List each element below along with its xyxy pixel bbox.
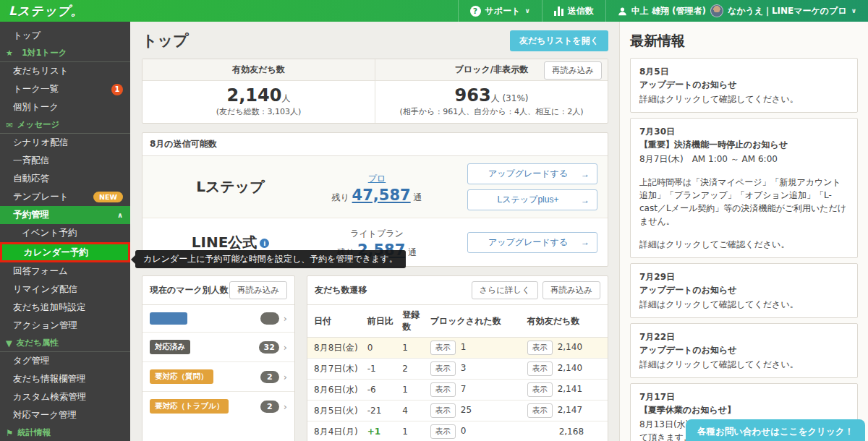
chevron-up-icon: ∧ [117,211,123,219]
show-button[interactable]: 表示 [430,403,456,418]
main-content: トップ 友だちリストを開く 有効友だち数 2,140人 (友だち総数：3,103… [130,22,619,441]
sidebar-item-friend-list[interactable]: 友だちリスト [0,62,130,80]
table-row: 8月7日(木) -1 2 表示3 表示2,140 [307,359,608,380]
reload-button[interactable]: 再読み込み [229,281,287,299]
open-friend-list-button[interactable]: 友だちリストを開く [510,30,608,51]
show-button[interactable]: 表示 [527,361,553,376]
mark-counts-card: 現在のマーク別人数 再読み込み › 対応済み 32› 要対応（質問） 2› 要対… [142,275,295,441]
news-item[interactable]: 7月22日 アップデートのお知らせ 詳細はクリックして確認してください。 [630,323,858,378]
account-name: なかうえ｜LINEマーケのプロ [728,5,847,17]
sidebar-item-reminder[interactable]: リマインダ配信 [0,281,130,299]
sidebar-item-top[interactable]: トップ [0,27,130,45]
sidebar-item-event-reservation[interactable]: イベント予約 [0,224,130,242]
info-icon[interactable]: i [260,239,269,248]
sidebar-item-friend-add-settings[interactable]: 友だち追加時設定 [0,299,130,317]
sidebar-item-tag-management[interactable]: タグ管理 [0,352,130,370]
mark-count: 32 [259,341,278,354]
star-icon: ★ [6,48,13,58]
sidebar-item-mark-management[interactable]: 対応マーク管理 [0,406,130,424]
show-button[interactable]: 表示 [527,341,553,355]
plan-link[interactable]: プロ [368,174,386,184]
sidebar-item-calendar-reservation[interactable]: カレンダー予約 [0,242,130,262]
sidebar-item-answer-form[interactable]: 回答フォーム [0,262,130,281]
table-row: 8月6日(水) -6 1 表示7 表示2,141 [307,380,608,401]
reload-button[interactable]: 再読み込み [542,281,600,299]
sidebar: トップ ★ 1対1トーク 友だちリスト トーク一覧 1 個別トーク ✉ メッセー… [0,22,130,441]
sidebar-item-custom-search[interactable]: カスタム検索管理 [0,388,130,406]
news-item[interactable]: 7月29日 アップデートのお知らせ 詳細はクリックして確認してください。 [630,263,858,318]
mark-row[interactable]: › [142,305,294,333]
contact-float-button[interactable]: 各種お問い合わせはここをクリック！ [686,419,865,441]
mark-count [260,312,279,325]
mark-badge: 対応済み [150,340,190,354]
col-valid: 有効友だち数 [524,305,608,338]
upgrade-button[interactable]: アップグレードする → [467,232,597,253]
reload-button[interactable]: 再読み込み [544,61,602,80]
support-label: サポート [485,5,521,17]
app-logo[interactable]: Lステップ。 [0,3,92,20]
sidebar-section-message[interactable]: ✉ メッセージ [0,116,130,134]
lstep-quota-row: Lステップ プロ 残り 47,587 通 アップグレードする → Lステップpl… [142,156,608,218]
blocked-column: ブロック/非表示数 再読み込み 963人 (31%) (相手から：961人、自分… [375,59,608,123]
user-account-menu[interactable]: 中上 雄翔 (管理者) なかうえ｜LINEマーケのプロ ∨ [605,0,868,22]
sidebar-item-broadcast[interactable]: 一斉配信 [0,152,130,170]
sidebar-item-reservation-management[interactable]: 予約管理 ∧ [0,206,130,224]
news-panel: 最新情報 8月5日 アップデートのお知らせ 詳細はクリックして確認してください。… [619,22,868,441]
total-friends: (友だち総数：3,103人) [142,106,375,117]
chevron-right-icon[interactable]: › [284,372,287,382]
show-button[interactable]: 表示 [527,382,553,397]
lstep-remaining[interactable]: 47,587 [352,187,411,204]
support-menu[interactable]: ? サポート ∨ [458,0,542,22]
send-quota-card: 8月の送信可能数 Lステップ プロ 残り 47,587 通 アップグレードする … [142,132,608,267]
unread-badge: 1 [111,84,123,95]
chevron-right-icon[interactable]: › [284,401,287,412]
sidebar-item-auto-reply[interactable]: 自動応答 [0,170,130,188]
sidebar-section-statistics[interactable]: ⚑ 統計情報 [0,424,130,441]
blocked-breakdown: (相手から：961人、自分から：4人、相互に：2人) [375,106,608,117]
show-button[interactable]: 表示 [430,361,456,376]
send-count-button[interactable]: 送信数 [542,0,605,22]
user-name: 中上 雄翔 (管理者) [631,5,706,17]
mark-row[interactable]: 対応済み 32› [142,333,294,362]
blocked-header: ブロック/非表示数 [455,64,529,74]
friend-transition-card: 友だち数遷移 さらに詳しく 再読み込み 日付 前日比 登録数 ブロックされた数 … [307,275,608,441]
page-title: トップ [142,30,188,51]
sidebar-item-talk-list[interactable]: トーク一覧 1 [0,80,130,98]
more-detail-button[interactable]: さらに詳しく [472,281,538,299]
mark-row[interactable]: 要対応（トラブル） 2› [142,392,294,421]
sidebar-item-action-management[interactable]: アクション管理 [0,317,130,335]
news-item[interactable]: 8月5日 アップデートのお知らせ 詳細はクリックして確認してください。 [630,58,858,113]
show-button[interactable]: 表示 [430,341,456,355]
valid-friends-column: 有効友だち数 2,140人 (友だち総数：3,103人) [142,59,375,123]
upgrade-button[interactable]: アップグレードする → [467,163,597,184]
valid-friends-header: 有効友だち数 [142,59,375,81]
show-button[interactable]: 表示 [430,382,456,397]
new-badge: NEW [93,192,123,202]
chevron-right-icon[interactable]: › [284,342,287,353]
chevron-right-icon[interactable]: › [284,313,287,324]
sidebar-item-friend-info-management[interactable]: 友だち情報欄管理 [0,370,130,388]
chevron-down-icon: ∨ [851,7,856,14]
sidebar-item-template[interactable]: テンプレート NEW [0,188,130,206]
sidebar-section-friend-attributes[interactable]: ▼ 友だち属性 [0,335,130,352]
lstep-plus-button[interactable]: Lステップplus+ → [467,189,597,210]
top-bar-right: ? サポート ∨ 送信数 中上 雄翔 (管理者) なかうえ｜LINEマーケのプロ… [458,0,868,22]
show-button[interactable]: 表示 [527,403,553,418]
col-blocked: ブロックされた数 [427,305,524,338]
mark-row[interactable]: 要対応（質問） 2› [142,362,294,392]
sidebar-item-individual-talk[interactable]: 個別トーク [0,98,130,116]
mark-counts-title: 現在のマーク別人数 [150,284,229,296]
filter-icon: ▼ [6,338,12,348]
chevron-down-icon: ∨ [524,7,529,14]
show-button[interactable]: 表示 [430,424,456,439]
friend-stats-card: 有効友だち数 2,140人 (友だち総数：3,103人) ブロック/非表示数 再… [142,59,608,124]
sidebar-item-scenario[interactable]: シナリオ配信 [0,134,130,152]
flag-icon: ⚑ [6,428,13,438]
col-registered: 登録数 [399,305,427,338]
col-date: 日付 [307,305,365,338]
send-count-label: 送信数 [568,5,594,17]
person-icon [618,7,627,16]
sidebar-item-1to1-talk[interactable]: ★ 1対1トーク [0,45,130,62]
news-item[interactable]: 7月30日 【重要】決済機能一時停止のお知らせ 8月7日(木) AM 1:00 … [630,118,858,258]
transition-table: 日付 前日比 登録数 ブロックされた数 有効友だち数 8月8日(金) 0 1 表… [307,305,608,441]
